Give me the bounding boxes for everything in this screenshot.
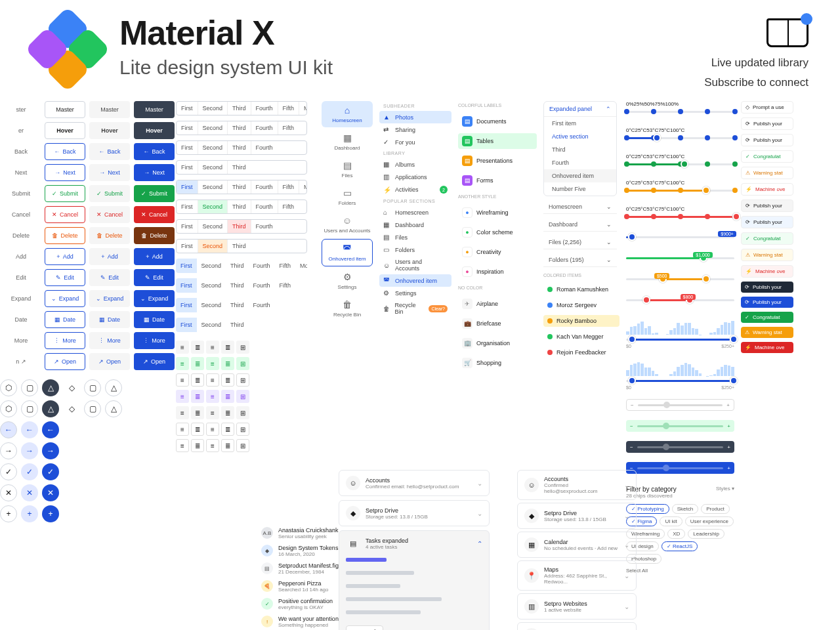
filter-chip[interactable]: UI kit <box>660 516 682 526</box>
segment[interactable]: First <box>176 318 197 332</box>
panel-item[interactable]: First item <box>544 117 616 130</box>
panel-item[interactable]: Fourth <box>544 156 616 169</box>
segment[interactable]: Fifth <box>278 200 299 213</box>
icon-button[interactable]: △ <box>105 400 122 417</box>
segment[interactable]: Fifth <box>275 259 296 273</box>
submit-button[interactable]: ✓Submit <box>89 185 130 202</box>
segment[interactable]: First <box>176 298 197 312</box>
status-pill[interactable]: ◇Prompt a use <box>741 101 793 114</box>
toolbar-btn[interactable]: ≡ <box>176 373 189 387</box>
submit-button[interactable]: ✓Submit <box>134 185 175 202</box>
segment[interactable]: Fourth <box>251 121 278 135</box>
segment[interactable]: Fifth <box>278 102 300 115</box>
toolbar-btn[interactable]: ≣ <box>221 439 234 452</box>
label-item[interactable]: ▤Presentations <box>458 153 537 169</box>
toolbar-btn[interactable]: ≡ <box>176 341 189 354</box>
status-pill[interactable]: ⟳Publish your <box>741 117 793 130</box>
open-button[interactable]: ↗Open <box>45 353 85 370</box>
slider[interactable] <box>626 186 734 195</box>
expandable-card[interactable]: ▥Setpro Websites1 active website⌄ <box>517 593 637 620</box>
slider[interactable]: $1,000 <box>626 253 734 262</box>
nav-folders[interactable]: ▭Folders <box>322 184 373 210</box>
segment[interactable]: Second <box>198 200 228 213</box>
rich-slider[interactable]: −+ <box>626 441 734 453</box>
label-item[interactable]: ▤Tables <box>458 133 537 149</box>
segment[interactable]: Second <box>198 180 228 194</box>
back-button[interactable]: ←Back <box>134 143 175 160</box>
toolbar-btn[interactable]: ⊞ <box>236 423 249 436</box>
label-item[interactable]: 🛒Shopping <box>458 355 537 371</box>
panel-item[interactable]: Onhovered item <box>544 169 616 182</box>
toolbar-btn[interactable]: ≣ <box>221 423 234 436</box>
label-item[interactable]: ▤Documents <box>458 114 537 129</box>
label-item[interactable]: ●Color scheme <box>458 224 537 240</box>
master-button[interactable]: Master <box>45 101 85 118</box>
menu-item[interactable]: ✓For you <box>379 136 452 148</box>
segment[interactable]: Fourth <box>249 278 275 293</box>
icon-button[interactable]: ← <box>42 421 59 438</box>
expand-button[interactable]: ⌄Expand <box>89 290 130 307</box>
open-button[interactable]: ↗Open <box>89 353 130 370</box>
delete-button[interactable]: 🗑Delete <box>89 227 130 244</box>
more-button[interactable]: ⋮More <box>89 332 130 349</box>
label-item[interactable]: 💼Briefcase <box>458 316 537 331</box>
toolbar-btn[interactable]: ≣ <box>191 423 204 436</box>
segment[interactable]: First <box>177 180 198 194</box>
menu-item[interactable]: ☺Users and Accounts <box>379 256 452 274</box>
dropdown-row[interactable]: Dashboard⌄ <box>543 218 617 232</box>
nav-recycle-bin[interactable]: 🗑Recycle Bin <box>322 295 373 322</box>
toolbar-btn[interactable]: ≡ <box>176 357 189 370</box>
label-item[interactable]: ●Creativity <box>458 244 537 260</box>
edit-button[interactable]: ✎Edit <box>45 269 85 286</box>
status-pill[interactable]: ⟳Publish your <box>741 216 793 228</box>
segment[interactable]: Second <box>198 141 228 154</box>
expandable-card[interactable]: ▦CalendarNo scheduled events · Add new⌄ <box>517 532 637 558</box>
slider[interactable] <box>626 107 734 116</box>
segment[interactable]: Third <box>228 180 251 194</box>
hover-button[interactable]: Hover <box>89 122 130 139</box>
edit-button[interactable]: ✎Edit <box>134 269 175 286</box>
nav-dashboard[interactable]: ▦Dashboard <box>322 129 373 155</box>
segment[interactable]: Third <box>226 298 249 312</box>
icon-button[interactable]: ✓ <box>0 463 17 480</box>
sort-dropdown[interactable]: Styles ▾ <box>716 486 734 499</box>
icon-button[interactable]: + <box>42 505 59 522</box>
status-pill[interactable]: ⟳Publish your <box>741 297 793 308</box>
status-pill[interactable]: ⚠Warning stat <box>741 167 793 179</box>
segment[interactable]: Second <box>198 240 228 253</box>
segment[interactable]: First <box>176 259 197 273</box>
segment[interactable]: More ⋯ <box>299 180 307 194</box>
icon-button[interactable]: ◇ <box>63 400 80 417</box>
expandable-card[interactable]: 📍MapsAddress: 462 Sapphire St., Redwoo..… <box>517 560 637 591</box>
icon-button[interactable]: → <box>21 442 38 459</box>
menu-item[interactable]: ▥Applications <box>379 171 452 183</box>
toolbar-btn[interactable]: ⊞ <box>236 357 249 370</box>
segment[interactable]: Third <box>228 102 251 115</box>
icon-button[interactable]: △ <box>42 379 59 396</box>
menu-item[interactable]: 🗑Recycle BinClear? <box>379 299 452 318</box>
toolbar-btn[interactable]: ≡ <box>176 423 189 436</box>
segment[interactable]: Third <box>228 240 251 253</box>
rich-slider[interactable]: −+ <box>626 399 734 411</box>
open-button[interactable]: ↗Open <box>134 353 175 370</box>
filter-chip[interactable]: Product <box>701 504 730 514</box>
segment[interactable]: First <box>177 102 198 115</box>
toolbar-btn[interactable]: ≣ <box>221 341 234 354</box>
segmented-control[interactable]: FirstSecondThirdFourthFifth <box>176 121 307 135</box>
submit-button[interactable]: ✓Submit <box>45 185 85 202</box>
segment[interactable]: Second <box>197 318 226 332</box>
toolbar-btn[interactable]: ≡ <box>176 439 189 452</box>
segmented-control[interactable]: FirstSecondThird <box>176 160 307 175</box>
segment[interactable]: Third <box>226 318 249 332</box>
slider[interactable] <box>626 133 734 142</box>
segment[interactable]: More ⋯ <box>295 259 307 273</box>
cancel-button[interactable]: ✕Cancel <box>134 206 175 223</box>
icon-button[interactable]: → <box>42 442 59 459</box>
toolbar-btn[interactable]: ⊞ <box>236 406 249 419</box>
segment[interactable]: Fourth <box>251 220 278 233</box>
segmented-control[interactable]: FirstSecondThirdFourthFifth <box>176 278 307 293</box>
status-pill[interactable]: ⚡Machine ove <box>741 265 793 278</box>
rich-slider[interactable]: −+ <box>626 420 734 432</box>
segment[interactable]: Fourth <box>251 200 278 213</box>
segmented-control[interactable]: FirstSecondThirdFourthFifthMore ⋯ <box>176 101 307 116</box>
